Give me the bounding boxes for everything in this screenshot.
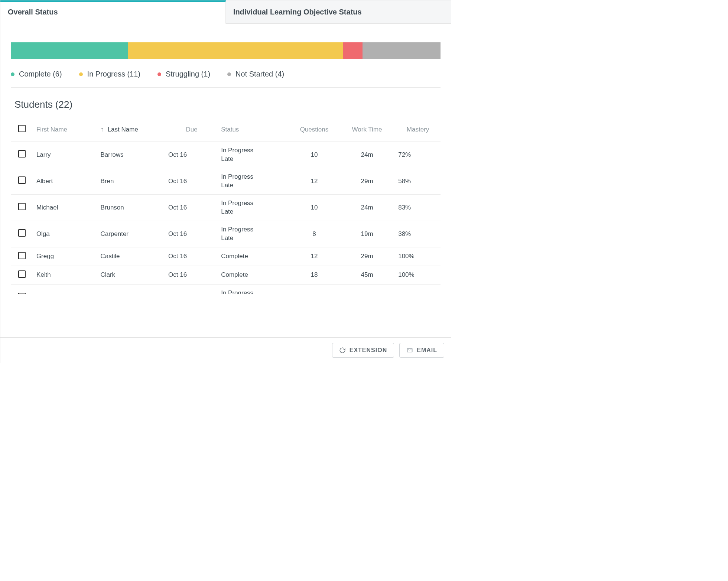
cell-due: Oct 16 <box>168 230 187 237</box>
cell-mastery-wrap: 58% <box>395 168 441 194</box>
cell-questions: 10 <box>311 151 318 158</box>
cell-due: Oct 16 <box>168 293 187 294</box>
cell-mastery: 83% <box>398 204 411 211</box>
cell-first: Larry <box>33 142 98 168</box>
table-header-row: First Name ↑ Last Name Due Status <box>11 120 441 142</box>
cell-work-time-wrap: 24m <box>339 142 395 168</box>
cell-status: In ProgressLate <box>218 284 290 294</box>
cell-first-name: Albert <box>36 178 53 185</box>
cell-questions: 11 <box>311 293 318 294</box>
cell-questions-wrap: 10 <box>290 142 339 168</box>
cell-questions: 12 <box>311 253 318 260</box>
bar-segment-complete <box>11 42 128 59</box>
cell-status-group: In ProgressLate <box>221 199 287 216</box>
row-checkbox[interactable] <box>18 252 26 259</box>
table-row[interactable]: DavidCoteOct 16In ProgressLate1126m83% <box>11 284 441 294</box>
tab-individual-objective-status[interactable]: Individual Learning Objective Status <box>226 0 451 23</box>
bar-segment-in-progress <box>128 42 343 59</box>
cell-mastery-wrap: 72% <box>395 142 441 168</box>
cell-checkbox <box>11 247 33 266</box>
cell-first-name: David <box>36 293 52 294</box>
cell-mastery-wrap: 100% <box>395 247 441 266</box>
table-row[interactable]: AlbertBrenOct 16In ProgressLate1229m58% <box>11 168 441 194</box>
tab-overall-status[interactable]: Overall Status <box>0 0 226 24</box>
tab-individual-label: Individual Learning Objective Status <box>233 8 362 16</box>
cell-status-group: In ProgressLate <box>221 225 287 243</box>
table-row[interactable]: LarryBarrowsOct 16In ProgressLate1024m72… <box>11 142 441 168</box>
cell-due-wrap: Oct 16 <box>165 266 218 284</box>
header-mastery-label: Mastery <box>407 126 429 133</box>
header-last-name[interactable]: ↑ Last Name <box>97 120 165 142</box>
email-button[interactable]: EMAIL <box>399 343 444 358</box>
cell-first-name: Olga <box>36 230 50 237</box>
legend-item-complete[interactable]: Complete (6) <box>11 70 62 78</box>
header-first-name-label: First Name <box>36 126 67 133</box>
cell-due-wrap: Oct 16 <box>165 194 218 221</box>
cell-first-name: Larry <box>36 151 51 158</box>
cell-due-wrap: Oct 16 <box>165 221 218 247</box>
row-checkbox[interactable] <box>18 293 26 294</box>
cell-questions: 18 <box>311 271 318 278</box>
header-questions[interactable]: Questions <box>290 120 339 142</box>
header-due[interactable]: Due <box>165 120 218 142</box>
header-work-time-label: Work Time <box>352 126 382 133</box>
row-checkbox[interactable] <box>18 229 26 237</box>
table-row[interactable]: MichaelBrunsonOct 16In ProgressLate1024m… <box>11 194 441 221</box>
legend-dot-complete-icon <box>11 72 14 76</box>
cell-work-time-wrap: 24m <box>339 194 395 221</box>
header-status[interactable]: Status <box>218 120 290 142</box>
panel: Complete (6) In Progress (11) Struggling… <box>0 24 451 294</box>
legend-item-not-started[interactable]: Not Started (4) <box>227 70 284 78</box>
cell-work-time: 45m <box>361 271 373 278</box>
cell-last-name: Carpenter <box>100 230 129 237</box>
cell-status-group: In ProgressLate <box>221 173 287 190</box>
table-row[interactable]: KeithClarkOct 16Complete1845m100% <box>11 266 441 284</box>
cell-last: Barrows <box>97 142 165 168</box>
cell-work-time-wrap: 19m <box>339 221 395 247</box>
header-first-name[interactable]: First Name <box>33 120 98 142</box>
cell-status-group: Complete <box>221 271 287 279</box>
cell-questions-wrap: 18 <box>290 266 339 284</box>
header-select-all[interactable] <box>11 120 33 142</box>
cell-status-primary: In Progress <box>221 146 287 155</box>
cell-checkbox <box>11 266 33 284</box>
legend-dot-struggling-icon <box>157 72 161 76</box>
cell-questions: 12 <box>311 178 318 185</box>
cell-mastery: 100% <box>398 271 414 278</box>
cell-last-name: Cote <box>100 293 114 294</box>
app-container: Overall Status Individual Learning Objec… <box>0 0 451 363</box>
cell-last-name: Castile <box>100 253 120 260</box>
cell-last: Castile <box>97 247 165 266</box>
legend-dot-in-progress-icon <box>79 72 83 76</box>
legend-item-struggling[interactable]: Struggling (1) <box>157 70 210 78</box>
header-mastery[interactable]: Mastery <box>395 120 441 142</box>
legend-item-in-progress[interactable]: In Progress (11) <box>79 70 140 78</box>
row-checkbox[interactable] <box>18 270 26 278</box>
row-checkbox[interactable] <box>18 150 26 158</box>
checkbox-select-all[interactable] <box>18 125 26 132</box>
cell-status-group: In ProgressLate <box>221 146 287 163</box>
cell-checkbox <box>11 142 33 168</box>
mail-icon <box>406 347 413 354</box>
cell-status-primary: In Progress <box>221 289 287 294</box>
cell-mastery: 38% <box>398 230 411 237</box>
cell-due-wrap: Oct 16 <box>165 284 218 294</box>
extension-button[interactable]: EXTENSION <box>332 343 394 358</box>
cell-first-name: Gregg <box>36 253 54 260</box>
row-checkbox[interactable] <box>18 203 26 210</box>
cell-due-wrap: Oct 16 <box>165 142 218 168</box>
legend-label-in-progress: In Progress (11) <box>87 70 140 78</box>
table-row[interactable]: GreggCastileOct 16Complete1229m100% <box>11 247 441 266</box>
cell-last-name: Bren <box>100 178 114 185</box>
table-row[interactable]: OlgaCarpenterOct 16In ProgressLate819m38… <box>11 221 441 247</box>
header-work-time[interactable]: Work Time <box>339 120 395 142</box>
cell-due: Oct 16 <box>168 271 187 278</box>
cell-due: Oct 16 <box>168 151 187 158</box>
cell-work-time: 19m <box>361 230 373 237</box>
students-table-wrap[interactable]: First Name ↑ Last Name Due Status <box>11 119 441 294</box>
header-due-label: Due <box>186 126 198 133</box>
cell-status: In ProgressLate <box>218 194 290 221</box>
row-checkbox[interactable] <box>18 176 26 184</box>
cell-work-time: 24m <box>361 204 373 211</box>
email-button-label: EMAIL <box>417 347 437 354</box>
